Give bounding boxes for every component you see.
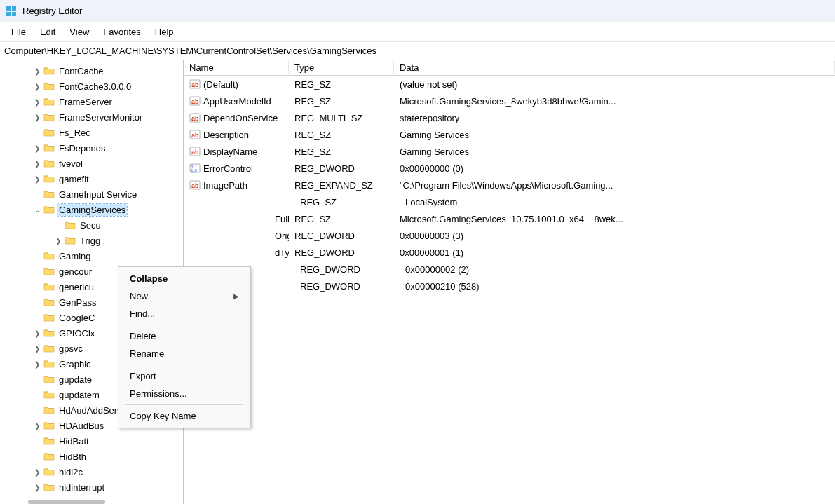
chevron-right-icon[interactable]: ❯ xyxy=(32,421,42,430)
menu-view[interactable]: View xyxy=(62,24,96,40)
value-type-cell: REG_SZ xyxy=(289,78,394,91)
ctx-find[interactable]: Find... xyxy=(120,305,249,322)
ctx-new[interactable]: New ▶ xyxy=(120,287,249,305)
folder-icon xyxy=(43,143,55,153)
menu-file[interactable]: File xyxy=(4,24,33,40)
tree-item-label: GoogleC xyxy=(57,312,96,324)
folder-icon xyxy=(43,174,55,184)
value-name: Origin xyxy=(275,231,289,241)
list-header: Name Type Data xyxy=(184,60,835,76)
tree-item-fsdepends[interactable]: ❯FsDepends xyxy=(0,140,183,156)
folder-icon xyxy=(65,236,76,245)
chevron-right-icon[interactable]: ❯ xyxy=(32,343,42,353)
chevron-down-icon[interactable]: ⌄ xyxy=(32,205,42,214)
value-type-cell: REG_DWORD xyxy=(289,229,394,243)
tree-item-gameflt[interactable]: ❯gameflt xyxy=(0,171,183,186)
chevron-right-icon[interactable]: ❯ xyxy=(32,81,42,91)
menu-favorites[interactable]: Favorites xyxy=(96,24,147,40)
tree-item-frameserver[interactable]: ❯FrameServer xyxy=(0,94,183,109)
chevron-right-icon[interactable]: ❯ xyxy=(32,328,42,338)
tree-item-fontcache[interactable]: ❯FontCache xyxy=(0,63,183,79)
tree-item-security[interactable]: Secu xyxy=(0,217,183,233)
chevron-right-icon[interactable]: ❯ xyxy=(32,158,42,168)
chevron-right-icon[interactable]: ❯ xyxy=(32,66,42,76)
value-row[interactable]: 011110OriginREG_DWORD0x00000003 (3) xyxy=(184,227,835,244)
reg-string-icon: ab xyxy=(189,95,201,107)
value-row[interactable]: abAppUserModelIdREG_SZMicrosoft.GamingSe… xyxy=(184,93,835,109)
horizontal-scrollbar[interactable] xyxy=(28,500,105,504)
column-header-type[interactable]: Type xyxy=(289,61,394,74)
titlebar: Registry Editor xyxy=(0,0,835,22)
ctx-rename[interactable]: Rename xyxy=(120,345,249,362)
menu-edit[interactable]: Edit xyxy=(33,24,62,40)
list-pane[interactable]: Name Type Data ab(Default)REG_SZ(value n… xyxy=(184,60,835,504)
tree-item-gamingservices[interactable]: ⌄GamingServices xyxy=(0,202,183,217)
value-data-cell: Microsoft.GamingServices_8wekyb3d8bbwe!G… xyxy=(394,95,835,108)
value-type-cell: REG_DWORD xyxy=(294,263,400,276)
chevron-right-icon[interactable]: ❯ xyxy=(32,467,42,477)
value-data-cell: "C:\Program Files\WindowsApps\Microsoft.… xyxy=(394,179,835,192)
tree-item-hidbatt[interactable]: HidBatt xyxy=(0,433,183,449)
chevron-right-icon[interactable]: ❯ xyxy=(32,174,42,184)
value-row[interactable]: 011110dTypeREG_DWORD0x00000001 (1) xyxy=(184,244,835,261)
tree-item-triggerinfo[interactable]: ❯Trigg xyxy=(0,233,183,248)
tree-item-fontcache3-0-0-0[interactable]: ❯FontCache3.0.0.0 xyxy=(0,79,183,94)
reg-string-icon: ab xyxy=(189,129,201,140)
tree-item-frameservermonitor[interactable]: ❯FrameServerMonitor xyxy=(0,109,183,125)
value-row[interactable]: 011110REG_DWORD0x00000002 (2) xyxy=(184,261,835,278)
ctx-rename-label: Rename xyxy=(130,348,164,359)
chevron-right-icon[interactable]: ❯ xyxy=(53,236,63,245)
ctx-permissions-label: Permissions... xyxy=(130,388,187,399)
ctx-copy-key-name[interactable]: Copy Key Name xyxy=(120,407,249,425)
tree-item-label: FontCache xyxy=(57,65,105,77)
chevron-right-icon[interactable]: ❯ xyxy=(32,97,42,107)
value-row[interactable]: ab(Default)REG_SZ(value not set) xyxy=(184,76,835,93)
tree-item-hidbth[interactable]: HidBth xyxy=(0,449,183,464)
value-row[interactable]: abDisplayNameREG_SZGaming Services xyxy=(184,143,835,160)
folder-icon xyxy=(43,421,55,430)
column-header-name[interactable]: Name xyxy=(184,61,289,74)
value-row[interactable]: 011110REG_DWORD0x00000210 (528) xyxy=(184,278,835,294)
ctx-collapse[interactable]: Collapse xyxy=(120,270,249,287)
chevron-right-icon[interactable]: ❯ xyxy=(32,482,42,492)
value-name: (Default) xyxy=(203,79,238,90)
chevron-right-icon[interactable]: ❯ xyxy=(32,112,42,122)
tree-item-label: GamingServices xyxy=(57,204,127,216)
value-data-cell: 0x00000000 (0) xyxy=(394,162,835,175)
value-data-cell: LocalSystem xyxy=(400,196,835,209)
value-row[interactable]: abDescriptionREG_SZGaming Services xyxy=(184,126,835,143)
tree-item-hidi2c[interactable]: ❯hidi2c xyxy=(0,464,183,479)
reg-string-icon: ab xyxy=(189,146,201,157)
ctx-separator xyxy=(125,404,243,405)
ctx-delete[interactable]: Delete xyxy=(120,327,249,345)
menu-help[interactable]: Help xyxy=(148,24,181,40)
column-header-data[interactable]: Data xyxy=(394,61,835,74)
chevron-right-icon[interactable]: ❯ xyxy=(32,359,42,369)
address-bar[interactable]: Computer\HKEY_LOCAL_MACHINE\SYSTEM\Curre… xyxy=(0,42,835,60)
ctx-permissions[interactable]: Permissions... xyxy=(120,385,249,402)
reg-binary-icon: 011110 xyxy=(189,163,201,174)
tree-item-label: gameflt xyxy=(57,173,90,185)
tree-branch-icon xyxy=(32,390,42,400)
value-name: ImagePath xyxy=(203,180,247,191)
folder-icon xyxy=(43,467,55,477)
value-data-cell: 0x00000002 (2) xyxy=(400,263,835,276)
chevron-right-icon[interactable]: ❯ xyxy=(32,143,42,153)
tree-item-gameinput-service[interactable]: GameInput Service xyxy=(0,186,183,202)
folder-icon xyxy=(43,266,55,276)
tree-item-hidinterrupt[interactable]: ❯hidinterrupt xyxy=(0,479,183,495)
ctx-export[interactable]: Export xyxy=(120,367,249,385)
folder-icon xyxy=(43,81,55,91)
tree-branch-icon xyxy=(32,405,42,415)
tree-item-fs-rec[interactable]: Fs_Rec xyxy=(0,125,183,140)
value-data-cell: 0x00000210 (528) xyxy=(400,280,835,293)
value-row[interactable]: abDependOnServiceREG_MULTI_SZstatereposi… xyxy=(184,109,835,126)
tree-item-fvevol[interactable]: ❯fvevol xyxy=(0,156,183,171)
value-row[interactable]: abFullNameREG_SZMicrosoft.GamingServices… xyxy=(184,210,835,227)
value-row[interactable]: 011110ErrorControlREG_DWORD0x00000000 (0… xyxy=(184,160,835,177)
value-data-cell: 0x00000001 (1) xyxy=(394,246,835,259)
value-row[interactable]: abImagePathREG_EXPAND_SZ"C:\Program File… xyxy=(184,177,835,193)
tree-item-gamingservicesnet[interactable]: Gaming xyxy=(0,248,183,264)
value-row[interactable]: abREG_SZLocalSystem xyxy=(184,193,835,210)
tree-item-label: Fs_Rec xyxy=(57,127,92,139)
